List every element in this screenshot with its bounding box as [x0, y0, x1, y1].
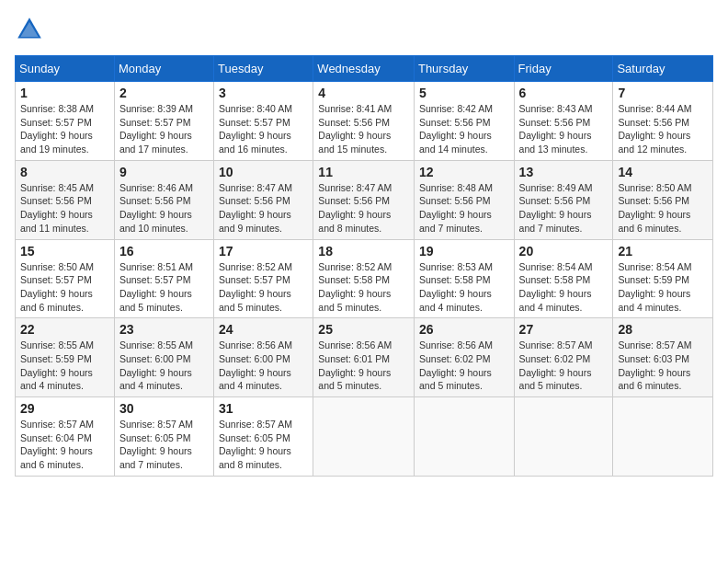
- day-number: 13: [519, 165, 609, 179]
- calendar-day-cell: 20Sunrise: 8:54 AM Sunset: 5:58 PM Dayli…: [514, 239, 613, 318]
- day-number: 16: [119, 244, 209, 259]
- day-info: Sunrise: 8:54 AM Sunset: 5:58 PM Dayligh…: [519, 260, 609, 315]
- day-info: Sunrise: 8:57 AM Sunset: 6:02 PM Dayligh…: [519, 339, 609, 393]
- calendar-day-cell: 13Sunrise: 8:49 AM Sunset: 5:56 PM Dayli…: [514, 160, 613, 239]
- calendar-day-cell: 26Sunrise: 8:56 AM Sunset: 6:02 PM Dayli…: [414, 318, 514, 397]
- calendar-week-row: 22Sunrise: 8:55 AM Sunset: 5:59 PM Dayli…: [16, 318, 713, 397]
- calendar-day-cell: 5Sunrise: 8:42 AM Sunset: 5:56 PM Daylig…: [414, 82, 514, 161]
- day-info: Sunrise: 8:47 AM Sunset: 5:56 PM Dayligh…: [318, 181, 409, 236]
- calendar-day-cell: 4Sunrise: 8:41 AM Sunset: 5:56 PM Daylig…: [313, 82, 415, 161]
- day-number: 18: [318, 244, 409, 259]
- day-number: 29: [20, 401, 109, 416]
- day-number: 1: [20, 86, 109, 100]
- day-number: 19: [419, 244, 509, 259]
- calendar-day-cell: 23Sunrise: 8:55 AM Sunset: 6:00 PM Dayli…: [114, 318, 213, 397]
- calendar-day-header: Thursday: [414, 56, 514, 82]
- calendar-day-cell: [514, 397, 613, 477]
- day-number: 22: [20, 322, 109, 337]
- day-number: 21: [618, 244, 708, 259]
- calendar-day-cell: 6Sunrise: 8:43 AM Sunset: 5:56 PM Daylig…: [514, 82, 613, 161]
- day-info: Sunrise: 8:57 AM Sunset: 6:03 PM Dayligh…: [618, 339, 708, 393]
- day-info: Sunrise: 8:43 AM Sunset: 5:56 PM Dayligh…: [519, 102, 609, 156]
- calendar-day-cell: 14Sunrise: 8:50 AM Sunset: 5:56 PM Dayli…: [613, 160, 713, 239]
- day-number: 4: [318, 86, 409, 100]
- calendar-day-cell: 30Sunrise: 8:57 AM Sunset: 6:05 PM Dayli…: [114, 397, 213, 477]
- calendar-day-cell: 24Sunrise: 8:56 AM Sunset: 6:00 PM Dayli…: [214, 318, 313, 397]
- calendar-week-row: 8Sunrise: 8:45 AM Sunset: 5:56 PM Daylig…: [16, 160, 713, 239]
- day-number: 17: [219, 244, 308, 259]
- calendar-day-header: Friday: [514, 56, 613, 82]
- day-info: Sunrise: 8:40 AM Sunset: 5:57 PM Dayligh…: [219, 102, 308, 156]
- day-number: 20: [519, 244, 609, 259]
- page-header: [15, 15, 713, 44]
- day-number: 23: [119, 322, 209, 337]
- day-info: Sunrise: 8:39 AM Sunset: 5:57 PM Dayligh…: [119, 102, 209, 156]
- day-info: Sunrise: 8:55 AM Sunset: 5:59 PM Dayligh…: [20, 339, 109, 393]
- calendar-day-cell: 10Sunrise: 8:47 AM Sunset: 5:56 PM Dayli…: [214, 160, 313, 239]
- day-number: 31: [219, 401, 308, 416]
- calendar-day-cell: 31Sunrise: 8:57 AM Sunset: 6:05 PM Dayli…: [214, 397, 313, 477]
- day-number: 27: [519, 322, 609, 337]
- day-info: Sunrise: 8:50 AM Sunset: 5:57 PM Dayligh…: [20, 260, 109, 315]
- calendar-week-row: 1Sunrise: 8:38 AM Sunset: 5:57 PM Daylig…: [16, 82, 713, 161]
- calendar-day-cell: 19Sunrise: 8:53 AM Sunset: 5:58 PM Dayli…: [414, 239, 514, 318]
- day-info: Sunrise: 8:48 AM Sunset: 5:56 PM Dayligh…: [419, 181, 509, 236]
- calendar-day-cell: 29Sunrise: 8:57 AM Sunset: 6:04 PM Dayli…: [16, 397, 115, 477]
- calendar-day-cell: 3Sunrise: 8:40 AM Sunset: 5:57 PM Daylig…: [214, 82, 313, 161]
- calendar-day-header: Saturday: [613, 56, 713, 82]
- calendar-day-cell: [313, 397, 415, 477]
- calendar-day-cell: 28Sunrise: 8:57 AM Sunset: 6:03 PM Dayli…: [613, 318, 713, 397]
- calendar-day-header: Wednesday: [313, 56, 415, 82]
- day-number: 24: [219, 322, 308, 337]
- day-info: Sunrise: 8:54 AM Sunset: 5:59 PM Dayligh…: [618, 260, 708, 315]
- calendar-day-header: Monday: [114, 56, 213, 82]
- day-info: Sunrise: 8:45 AM Sunset: 5:56 PM Dayligh…: [20, 181, 109, 236]
- logo: [15, 15, 48, 44]
- day-info: Sunrise: 8:56 AM Sunset: 6:00 PM Dayligh…: [219, 339, 308, 393]
- day-number: 12: [419, 165, 509, 179]
- calendar-day-header: Tuesday: [214, 56, 313, 82]
- day-info: Sunrise: 8:57 AM Sunset: 6:04 PM Dayligh…: [20, 418, 109, 472]
- day-info: Sunrise: 8:57 AM Sunset: 6:05 PM Dayligh…: [219, 418, 308, 472]
- day-info: Sunrise: 8:52 AM Sunset: 5:57 PM Dayligh…: [219, 260, 308, 315]
- day-number: 8: [20, 165, 109, 179]
- calendar-day-cell: 17Sunrise: 8:52 AM Sunset: 5:57 PM Dayli…: [214, 239, 313, 318]
- calendar-body: 1Sunrise: 8:38 AM Sunset: 5:57 PM Daylig…: [16, 82, 713, 477]
- calendar-day-cell: 27Sunrise: 8:57 AM Sunset: 6:02 PM Dayli…: [514, 318, 613, 397]
- day-info: Sunrise: 8:56 AM Sunset: 6:01 PM Dayligh…: [318, 339, 409, 393]
- day-number: 9: [119, 165, 209, 179]
- calendar-day-cell: 9Sunrise: 8:46 AM Sunset: 5:56 PM Daylig…: [114, 160, 213, 239]
- day-info: Sunrise: 8:56 AM Sunset: 6:02 PM Dayligh…: [419, 339, 509, 393]
- day-info: Sunrise: 8:55 AM Sunset: 6:00 PM Dayligh…: [119, 339, 209, 393]
- day-number: 14: [618, 165, 708, 179]
- day-info: Sunrise: 8:50 AM Sunset: 5:56 PM Dayligh…: [618, 181, 708, 236]
- day-number: 3: [219, 86, 308, 100]
- calendar-day-cell: 7Sunrise: 8:44 AM Sunset: 5:56 PM Daylig…: [613, 82, 713, 161]
- day-info: Sunrise: 8:49 AM Sunset: 5:56 PM Dayligh…: [519, 181, 609, 236]
- calendar-day-cell: 11Sunrise: 8:47 AM Sunset: 5:56 PM Dayli…: [313, 160, 415, 239]
- calendar-day-cell: 12Sunrise: 8:48 AM Sunset: 5:56 PM Dayli…: [414, 160, 514, 239]
- calendar-week-row: 15Sunrise: 8:50 AM Sunset: 5:57 PM Dayli…: [16, 239, 713, 318]
- calendar-day-cell: 21Sunrise: 8:54 AM Sunset: 5:59 PM Dayli…: [613, 239, 713, 318]
- day-info: Sunrise: 8:41 AM Sunset: 5:56 PM Dayligh…: [318, 102, 409, 156]
- calendar-week-row: 29Sunrise: 8:57 AM Sunset: 6:04 PM Dayli…: [16, 397, 713, 477]
- calendar-day-cell: 18Sunrise: 8:52 AM Sunset: 5:58 PM Dayli…: [313, 239, 415, 318]
- day-info: Sunrise: 8:47 AM Sunset: 5:56 PM Dayligh…: [219, 181, 308, 236]
- calendar-day-cell: [613, 397, 713, 477]
- day-number: 26: [419, 322, 509, 337]
- calendar-day-cell: [414, 397, 514, 477]
- day-info: Sunrise: 8:57 AM Sunset: 6:05 PM Dayligh…: [119, 418, 209, 472]
- day-number: 10: [219, 165, 308, 179]
- calendar-table: SundayMondayTuesdayWednesdayThursdayFrid…: [15, 55, 713, 477]
- calendar-day-cell: 25Sunrise: 8:56 AM Sunset: 6:01 PM Dayli…: [313, 318, 415, 397]
- day-number: 15: [20, 244, 109, 259]
- day-info: Sunrise: 8:42 AM Sunset: 5:56 PM Dayligh…: [419, 102, 509, 156]
- day-number: 28: [618, 322, 708, 337]
- calendar-header-row: SundayMondayTuesdayWednesdayThursdayFrid…: [16, 56, 713, 82]
- day-info: Sunrise: 8:51 AM Sunset: 5:57 PM Dayligh…: [119, 260, 209, 315]
- day-number: 2: [119, 86, 209, 100]
- calendar-day-cell: 8Sunrise: 8:45 AM Sunset: 5:56 PM Daylig…: [16, 160, 115, 239]
- day-number: 6: [519, 86, 609, 100]
- day-info: Sunrise: 8:52 AM Sunset: 5:58 PM Dayligh…: [318, 260, 409, 315]
- day-info: Sunrise: 8:46 AM Sunset: 5:56 PM Dayligh…: [119, 181, 209, 236]
